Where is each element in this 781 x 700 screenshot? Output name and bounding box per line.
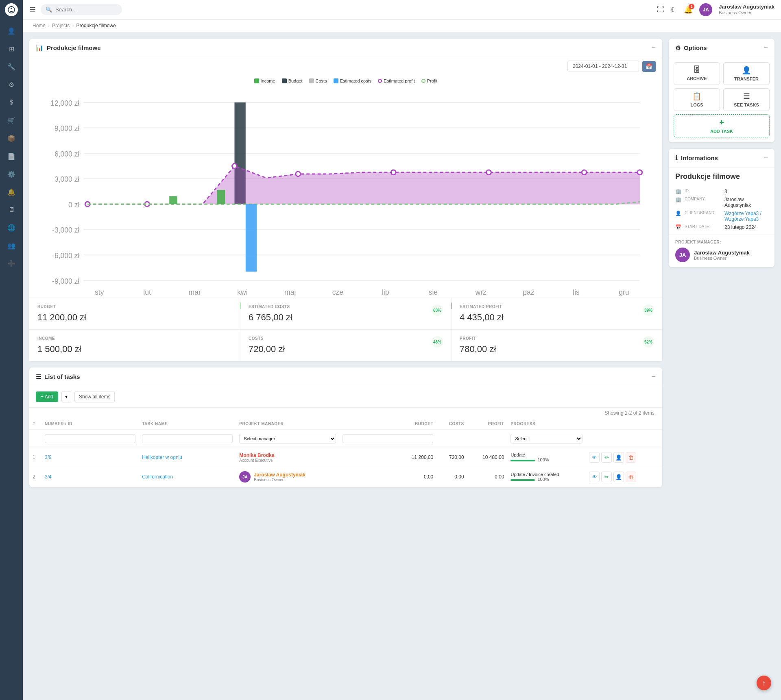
avatar[interactable]: JA [699,3,712,16]
svg-text:-6,000 zł: -6,000 zł [52,252,80,260]
row2-actions: 👁 ✏ 👤 🗑 [586,467,662,487]
scroll-top-button[interactable]: ↑ [757,676,771,690]
row2-num: 2 [29,467,41,487]
stat-profit: PROFIT 780,00 zł 52% [452,330,662,361]
sidebar-item-tools[interactable]: 🔧 [3,59,20,75]
task-list-collapse[interactable]: − [651,372,656,381]
task-table-wrapper: # NUMBER / ID TASK NAME PROJEKT MANAGER … [29,418,662,487]
archive-button[interactable]: 🗄 ARCHIVE [674,62,720,85]
logs-button[interactable]: 📋 LOGS [674,88,720,111]
options-collapse[interactable]: − [764,43,768,52]
table-filter-row: Select manager Select [29,430,662,448]
svg-text:-9,000 zł: -9,000 zł [52,277,80,285]
sidebar-item-doc[interactable]: 📄 [3,148,20,164]
row1-view-btn[interactable]: 👁 [589,452,600,463]
sidebar-item-bell[interactable]: 🔔 [3,184,20,200]
svg-text:cze: cze [332,288,343,296]
sidebar-item-box[interactable]: 📦 [3,130,20,146]
hamburger-icon[interactable]: ☰ [29,5,36,14]
sidebar-item-plus[interactable]: ➕ [3,255,20,272]
archive-icon: 🗄 [693,66,700,74]
row2-delete-btn[interactable]: 🗑 [626,472,636,482]
col-profit: PROFIT [467,418,508,430]
task-list-controls: + Add ▾ Show all items [29,386,662,408]
row2-edit-btn[interactable]: ✏ [601,472,612,482]
see-tasks-button[interactable]: ☰ SEE TASKS [723,88,770,111]
row1-id-link[interactable]: 3/9 [45,454,52,460]
dark-mode-icon[interactable]: ☾ [671,5,677,14]
manager-label: PROJEKT MANAGER: [675,240,768,244]
svg-point-26 [486,170,491,175]
svg-text:mar: mar [189,288,201,296]
table-row: 2 3/4 Californication [29,467,662,487]
filter-progress-cell: Select [507,430,586,448]
col-progress: PROGRESS [507,418,586,430]
breadcrumb-home[interactable]: Home [33,23,46,28]
col-id: NUMBER / ID [41,418,139,430]
filter-actions-cell [586,430,662,448]
legend-profit: Profit [421,78,438,83]
row2-id-link[interactable]: 3/4 [45,474,52,480]
task-list-header-bar: ☰ List of tasks − [29,367,662,386]
sidebar-item-person[interactable]: 👥 [3,237,20,254]
add-task-button[interactable]: + Add [36,391,58,402]
row2-manager: JA Jaroslaw Augustyniak Business Owner [236,467,339,487]
sidebar-item-money[interactable]: $ [3,94,20,111]
filter-budget-input[interactable] [343,434,433,443]
info-client-link[interactable]: Wzgórze Yapa3 / Wzgórze Yapa3 [724,211,768,222]
row1-delete-btn[interactable]: 🗑 [626,452,636,463]
add-task-button[interactable]: + ADD TASK [674,114,770,137]
sidebar-item-cart[interactable]: 🛒 [3,112,20,128]
row2-name-link[interactable]: Californication [142,474,173,480]
content-area: 📊 Produkcje filmowe − 📅 [23,32,781,700]
svg-text:kwi: kwi [237,288,247,296]
filter-costs-cell [436,430,467,448]
filter-manager-select[interactable]: Select manager [239,434,336,443]
show-all-button[interactable]: Show all items [74,391,115,402]
info-collapse[interactable]: − [764,154,768,162]
svg-point-24 [296,172,301,176]
search-input[interactable] [55,7,112,13]
row2-id: 3/4 [41,467,139,487]
info-project-name: Produkcje filmowe [669,172,774,181]
filter-progress-select[interactable]: Select [510,434,582,443]
date-picker-button[interactable]: 📅 [642,61,656,72]
row1-edit-btn[interactable]: ✏ [601,452,612,463]
notification-icon[interactable]: 🔔 1 [684,5,693,14]
filter-id-input[interactable] [45,434,135,443]
svg-text:sty: sty [95,288,104,296]
app-logo[interactable] [5,3,18,16]
chart-card-header: 📊 Produkcje filmowe − [29,39,662,57]
stat-income: INCOME 1 500,00 zł [29,330,240,361]
fullscreen-icon[interactable]: ⛶ [657,5,664,14]
row1-name: Helikopter w ogniu [139,448,236,467]
date-range-bar: 📅 [29,57,662,75]
stat-costs-badge: 48% [432,336,443,348]
info-row-client: 👤 CLIENT/BRAND: Wzgórze Yapa3 / Wzgórze … [669,209,774,223]
row1-costs: 720,00 [436,448,467,467]
task-list-card: ☰ List of tasks − + Add ▾ Show all items… [29,367,662,487]
manager-section: PROJEKT MANAGER: JA Jaroslaw Augustyniak… [669,235,774,267]
manager-name: Jaroslaw Augustyniak [694,250,750,256]
breadcrumb-projects[interactable]: Projects [52,23,70,28]
sidebar-item-globe[interactable]: 🌐 [3,220,20,236]
row1-profit: 10 480,00 [467,448,508,467]
row1-manager: Monika Brodka Account Executive [236,448,339,467]
sidebar-item-apps[interactable]: ⚙ [3,76,20,93]
svg-text:3,000 zł: 3,000 zł [55,175,80,183]
filter-name-input[interactable] [142,434,233,443]
stats-grid: BUDGET 11 200,00 zł ESTIMATED COSTS 6 76… [29,298,662,361]
row2-user-btn[interactable]: 👤 [613,472,624,482]
row1-name-link[interactable]: Helikopter w ogniu [142,454,182,460]
sidebar-item-dashboard[interactable]: ⊞ [3,41,20,57]
sidebar-item-screen[interactable]: 🖥 [3,202,20,218]
date-range-input[interactable] [567,61,639,72]
row2-view-btn[interactable]: 👁 [589,472,600,482]
transfer-button[interactable]: 👤 TRANSFER [723,62,770,85]
add-dropdown-button[interactable]: ▾ [61,391,71,402]
row2-budget: 0,00 [339,467,436,487]
chart-card-collapse[interactable]: − [651,43,656,52]
row1-user-btn[interactable]: 👤 [613,452,624,463]
sidebar-item-settings[interactable]: ⚙️ [3,166,20,182]
sidebar-item-user[interactable]: 👤 [3,23,20,39]
